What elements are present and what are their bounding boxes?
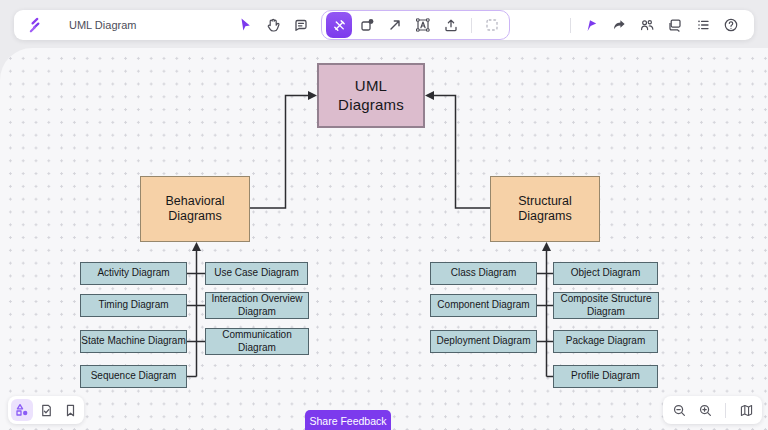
node-behavioral-diagrams[interactable]: Behavioral Diagrams [140, 176, 250, 242]
share-forward-icon[interactable] [606, 12, 632, 38]
topbar-left-group: UML Diagram [26, 10, 136, 40]
node-deployment-diagram[interactable]: Deployment Diagram [430, 330, 537, 353]
node-use-case-diagram[interactable]: Use Case Diagram [205, 262, 308, 285]
node-sequence-diagram[interactable]: Sequence Diagram [80, 365, 187, 388]
help-icon[interactable] [718, 12, 744, 38]
node-uml-diagrams[interactable]: UML Diagrams [317, 63, 425, 128]
node-composite-structure-diagram[interactable]: Composite Structure Diagram [553, 292, 659, 319]
share-feedback-button[interactable]: Share Feedback [305, 410, 391, 430]
zoom-in-icon[interactable] [694, 399, 716, 421]
comment-icon[interactable] [288, 12, 314, 38]
shapes-icon[interactable] [354, 12, 380, 38]
top-toolbar: UML Diagram [14, 10, 754, 40]
node-timing-diagram[interactable]: Timing Diagram [80, 294, 187, 317]
marquee-select-icon[interactable] [479, 12, 505, 38]
dock-divider [725, 403, 726, 418]
left-dock [8, 396, 84, 424]
node-state-machine-diagram[interactable]: State Machine Diagram [80, 330, 187, 353]
zoom-out-icon[interactable] [668, 399, 690, 421]
toolbar-divider [471, 18, 472, 33]
node-profile-diagram[interactable]: Profile Diagram [553, 365, 658, 388]
document-title[interactable]: UML Diagram [69, 19, 136, 31]
shapes-panel-icon[interactable] [11, 399, 33, 421]
toolbar-divider [570, 18, 571, 33]
insert-tools-container [321, 10, 510, 40]
bookmark-icon[interactable] [59, 399, 81, 421]
hand-icon[interactable] [260, 12, 286, 38]
laser-flag-icon[interactable] [578, 12, 604, 38]
node-object-diagram[interactable]: Object Diagram [553, 262, 658, 285]
tools-icon[interactable] [326, 12, 352, 38]
minimap-icon[interactable] [735, 399, 757, 421]
topbar-right-group [565, 10, 744, 40]
chat-icon[interactable] [662, 12, 688, 38]
right-dock [663, 396, 762, 424]
topbar-tools-group [232, 10, 510, 40]
node-communication-diagram[interactable]: Communication Diagram [205, 328, 309, 355]
doc-check-icon[interactable] [35, 399, 57, 421]
select-cursor-icon[interactable] [232, 12, 258, 38]
export-icon[interactable] [438, 12, 464, 38]
node-interaction-overview-diagram[interactable]: Interaction Overview Diagram [205, 292, 309, 319]
node-class-diagram[interactable]: Class Diagram [430, 262, 537, 285]
node-structural-diagrams[interactable]: Structural Diagrams [490, 176, 600, 242]
text-frame-icon[interactable] [410, 12, 436, 38]
team-icon[interactable] [634, 12, 660, 38]
node-package-diagram[interactable]: Package Diagram [553, 330, 658, 353]
node-activity-diagram[interactable]: Activity Diagram [80, 262, 187, 285]
node-component-diagram[interactable]: Component Diagram [430, 294, 537, 317]
connector-arrow-icon[interactable] [382, 12, 408, 38]
app-logo-icon[interactable] [26, 17, 43, 34]
list-icon[interactable] [690, 12, 716, 38]
